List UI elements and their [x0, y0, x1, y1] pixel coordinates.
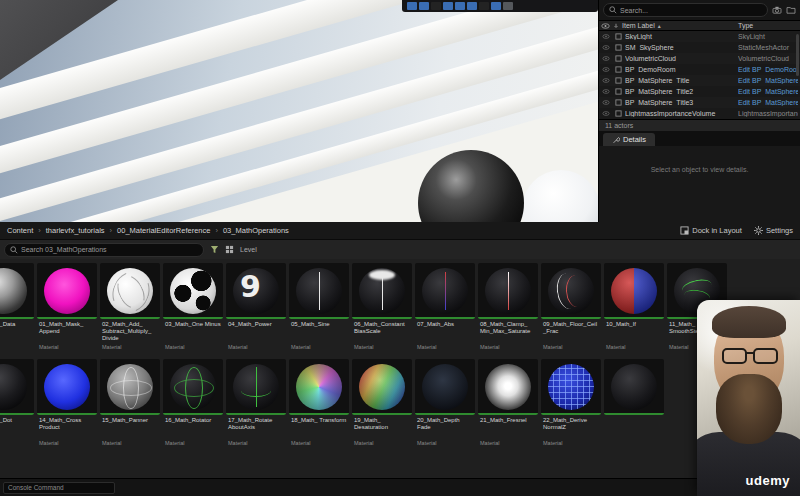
eye-icon[interactable] — [601, 23, 610, 29]
asset-thumbnail — [541, 263, 601, 319]
asset-name: 21_Math_Fresnel — [478, 415, 538, 439]
asset-tile[interactable] — [604, 359, 664, 449]
outliner-scrollbar[interactable] — [796, 34, 799, 76]
actor-type[interactable]: Edit BP_MatSphere — [738, 88, 798, 95]
asset-type-label: Material — [163, 439, 223, 449]
asset-name: 19_Math_ Desaturation — [352, 415, 412, 439]
editor-toolbar-icon[interactable] — [419, 2, 429, 10]
outliner-row[interactable]: BP_MatSphere_Title3 Edit BP_MatSphere — [599, 97, 800, 108]
console-command-input[interactable]: Console Command — [3, 482, 115, 494]
column-item-label[interactable]: Item Label — [622, 22, 655, 29]
sort-ascending-icon: ▲ — [657, 23, 662, 29]
view-options-icon[interactable] — [225, 245, 234, 254]
outliner-row[interactable]: BP_DemoRoom Edit BP_DemoRoom — [599, 64, 800, 75]
content-browser-toolbar: Search 03_MathOperations Level — [0, 240, 800, 259]
asset-thumbnail — [100, 263, 160, 319]
asset-tile[interactable]: 07_Math_Abs Material — [415, 263, 475, 353]
material-sphere-thumb — [485, 268, 531, 314]
tab-details[interactable]: Details — [603, 133, 655, 146]
asset-tile[interactable]: 03_Math_One Minus Material — [163, 263, 223, 353]
outliner-row[interactable]: BP_MatSphere_Title2 Edit BP_MatSphere — [599, 86, 800, 97]
editor-toolbar-icon[interactable] — [503, 2, 513, 10]
viewport-3d[interactable] — [0, 0, 598, 222]
visibility-eye-icon[interactable] — [601, 100, 611, 105]
outliner-row[interactable]: LightmassImportanceVolume LightmassImpor… — [599, 108, 800, 119]
asset-tile[interactable]: 00_Math_Data Material — [0, 263, 34, 353]
actor-label: BP_DemoRoom — [625, 66, 735, 73]
editor-toolbar-icon[interactable] — [491, 2, 501, 10]
asset-tile[interactable]: 09_Math_Floor_Ceil _Frac Material — [541, 263, 601, 353]
actor-type[interactable]: StaticMeshActor — [738, 44, 798, 51]
column-type[interactable]: Type — [738, 22, 798, 29]
asset-tile[interactable]: 15_Math_Panner Material — [100, 359, 160, 449]
asset-thumbnail — [604, 359, 664, 415]
breadcrumb-item[interactable]: 00_MaterialEditorReference — [117, 226, 210, 235]
webcam-overlay — [697, 300, 800, 496]
asset-name: 05_Math_Sine — [289, 319, 349, 343]
breadcrumb-item[interactable]: 03_MathOperations — [223, 226, 289, 235]
material-sphere-thumb — [548, 268, 594, 314]
asset-tile[interactable]: 05_Math_Sine Material — [289, 263, 349, 353]
visibility-eye-icon[interactable] — [601, 67, 611, 72]
actor-type[interactable]: Edit BP_MatSphere — [738, 99, 798, 106]
outliner-row[interactable]: VolumetricCloud VolumetricCloud — [599, 53, 800, 64]
breadcrumb-item[interactable]: Content — [7, 226, 33, 235]
actor-type[interactable]: Edit BP_MatSphere — [738, 77, 798, 84]
visibility-eye-icon[interactable] — [601, 56, 611, 61]
asset-thumbnail — [37, 359, 97, 415]
actor-type[interactable]: Edit BP_DemoRoom — [738, 66, 798, 73]
actor-type[interactable]: VolumetricCloud — [738, 55, 798, 62]
filter-icon[interactable] — [210, 245, 219, 254]
asset-grid-row-2: 13_Math_Dot Material 14_Math_Cross Produ… — [0, 359, 800, 449]
settings-label: Settings — [766, 226, 793, 235]
camera-icon[interactable] — [772, 6, 782, 14]
outliner-row[interactable]: BP_MatSphere_Title Edit BP_MatSphere — [599, 75, 800, 86]
outliner-column-header[interactable]: Item Label ▲ Type — [599, 20, 800, 31]
outliner-row[interactable]: SM_SkySphere StaticMeshActor — [599, 42, 800, 53]
asset-tile[interactable]: 21_Math_Fresnel Material — [478, 359, 538, 449]
visibility-eye-icon[interactable] — [601, 34, 611, 39]
asset-tile[interactable]: 13_Math_Dot Material — [0, 359, 34, 449]
asset-tile[interactable]: 06_Math_Constant BiasScale Material — [352, 263, 412, 353]
asset-tile[interactable]: 22_Math_Derive NormalZ Material — [541, 359, 601, 449]
editor-toolbar-icon[interactable] — [479, 2, 489, 10]
content-browser-header: Content›tharlevfx_tutorials›00_MaterialE… — [0, 222, 800, 240]
editor-toolbar-icon[interactable] — [443, 2, 453, 10]
dock-in-layout-button[interactable]: Dock in Layout — [680, 226, 742, 235]
asset-type-label: Material — [163, 343, 223, 353]
asset-tile[interactable]: 08_Math_Clamp_ Min_Max_Saturate Material — [478, 263, 538, 353]
asset-tile[interactable]: 18_Math_ Transform Material — [289, 359, 349, 449]
editor-toolbar-icon[interactable] — [467, 2, 477, 10]
asset-tile[interactable]: 20_Math_Depth Fade Material — [415, 359, 475, 449]
settings-button[interactable]: Settings — [754, 226, 793, 235]
outliner-search-placeholder: Search... — [620, 7, 648, 14]
visibility-eye-icon[interactable] — [601, 78, 611, 83]
visibility-eye-icon[interactable] — [601, 45, 611, 50]
filter-arrow-icon[interactable] — [613, 23, 619, 29]
level-label[interactable]: Level — [240, 246, 257, 253]
visibility-eye-icon[interactable] — [601, 111, 611, 116]
asset-tile[interactable]: 04_Math_Power Material — [226, 263, 286, 353]
asset-tile[interactable]: 02_Math_Add_ Subtract_Multiply_ Divide M… — [100, 263, 160, 353]
folder-icon[interactable] — [786, 6, 796, 14]
asset-tile[interactable]: 14_Math_Cross Product Material — [37, 359, 97, 449]
asset-tile[interactable]: 16_Math_Rotator Material — [163, 359, 223, 449]
actor-label: BP_MatSphere_Title — [625, 77, 735, 84]
editor-toolbar-icon[interactable] — [455, 2, 465, 10]
outliner-row[interactable]: SkyLight SkyLight — [599, 31, 800, 42]
asset-tile[interactable]: 19_Math_ Desaturation Material — [352, 359, 412, 449]
asset-search-input[interactable]: Search 03_MathOperations — [4, 243, 204, 257]
actor-type[interactable]: SkyLight — [738, 33, 798, 40]
editor-toolbar-icon[interactable] — [407, 2, 417, 10]
asset-tile[interactable]: 17_Math_Rotate AboutAxis Material — [226, 359, 286, 449]
asset-tile[interactable]: 10_Math_If Material — [604, 263, 664, 353]
visibility-eye-icon[interactable] — [601, 89, 611, 94]
asset-name: 20_Math_Depth Fade — [415, 415, 475, 439]
actor-type[interactable]: LightmassImportance — [738, 110, 798, 117]
asset-type-label: Material — [415, 439, 475, 449]
editor-toolbar-icon[interactable] — [431, 2, 441, 10]
breadcrumb-item[interactable]: tharlevfx_tutorials — [46, 226, 105, 235]
outliner-search-input[interactable]: Search... — [603, 3, 768, 17]
asset-tile[interactable]: 01_Math_Mask_ Append Material — [37, 263, 97, 353]
asset-thumbnail — [478, 359, 538, 415]
